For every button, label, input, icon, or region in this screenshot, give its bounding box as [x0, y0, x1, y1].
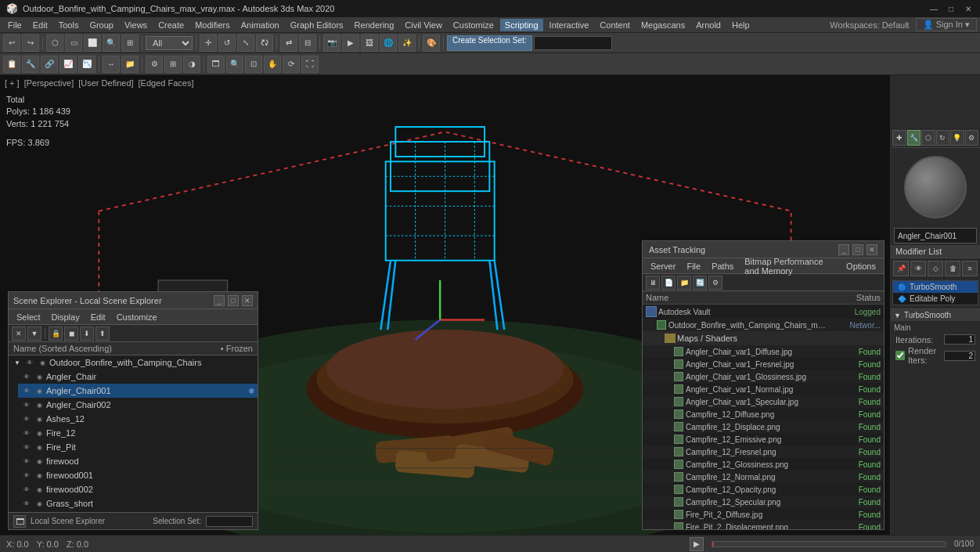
pin-stack-icon[interactable]: 📌	[893, 261, 909, 276]
se-angler-chair001-item[interactable]: 👁 ◉ Angler_Chair001 ❄	[18, 384, 258, 398]
at-vault-row[interactable]: Autodesk Vault Logged	[643, 305, 884, 319]
menu-create[interactable]: Create	[153, 19, 189, 31]
viewport-plus-label[interactable]: [ + ]	[5, 78, 20, 88]
select-region-button[interactable]: ▭	[65, 34, 82, 52]
turbosmooth-modifier[interactable]: 🔵 TurboSmooth	[893, 281, 978, 293]
render-iters-input[interactable]	[944, 351, 975, 361]
all-dropdown[interactable]: All	[146, 36, 193, 50]
render-environment-button[interactable]: 🌐	[380, 34, 397, 52]
at-settings-button[interactable]: ⚙	[708, 276, 722, 290]
at-map-row[interactable]: Campfire_12_Fresnel.png Found	[643, 446, 884, 458]
at-map-row[interactable]: Angler_Chair_var1_Glossiness.jpg Found	[643, 370, 884, 383]
se-child-button[interactable]: ⬇	[80, 327, 94, 341]
redo-button[interactable]: ↪	[22, 34, 39, 52]
selection-set-input[interactable]	[534, 36, 612, 50]
menu-customize[interactable]: Customize	[449, 19, 499, 31]
asset-minimize-button[interactable]: _	[838, 244, 849, 255]
rotate-button[interactable]: ↺	[218, 34, 236, 52]
schematic-view-button[interactable]: 🔗	[41, 56, 58, 73]
track-view-button[interactable]: 📈	[59, 56, 77, 73]
se-highlight-button[interactable]: ◼	[64, 327, 78, 341]
se-angler-chair002-item[interactable]: 👁 ◉ Angler_Chair002	[18, 398, 258, 412]
arc-rotate-button[interactable]: ⟳	[283, 56, 300, 73]
asset-bitmap-menu[interactable]: Bitmap Performance and Memory	[740, 255, 840, 277]
render-setup-button[interactable]: 📷	[323, 34, 340, 52]
asset-close-button[interactable]: ✕	[867, 244, 877, 255]
close-button[interactable]: ✕	[963, 3, 974, 14]
se-edit-menu[interactable]: Edit	[86, 311, 110, 323]
zoom-region-button[interactable]: ⊡	[245, 56, 262, 73]
se-ashes-item[interactable]: 👁 ◉ Ashes_12	[18, 412, 258, 426]
menu-views[interactable]: Views	[120, 19, 152, 31]
move-button[interactable]: ✛	[200, 34, 217, 52]
align-button[interactable]: ⊟	[299, 34, 316, 52]
at-file-row[interactable]: Outdoor_Bonfire_with_Camping_Chairs_max_…	[643, 319, 884, 331]
se-root-item[interactable]: ▼ 👁 ◉ Outdoor_Bonfire_with_Camping_Chair…	[9, 355, 258, 370]
view-render-button[interactable]: 🖼	[361, 34, 378, 52]
menu-file[interactable]: File	[3, 19, 27, 31]
make-unique-icon[interactable]: ◇	[928, 261, 943, 276]
asset-tracking-button[interactable]: 📁	[121, 56, 139, 73]
se-firewood002-item[interactable]: 👁 ◉ firewood002	[18, 482, 258, 496]
se-close-button[interactable]: ✕	[242, 295, 253, 306]
asset-file-menu[interactable]: File	[682, 260, 705, 272]
menu-scripting[interactable]: Scripting	[500, 19, 543, 31]
snap-toggle-button[interactable]: ⊞	[121, 34, 139, 52]
render-button[interactable]: ▶	[342, 34, 359, 52]
curve-editor-button[interactable]: 📉	[78, 56, 95, 73]
at-map-row[interactable]: Campfire_12_Diffuse.png Found	[643, 408, 884, 420]
menu-rendering[interactable]: Rendering	[350, 19, 399, 31]
motion-tab[interactable]: ↻	[936, 130, 950, 146]
render-iters-checkbox[interactable]	[895, 351, 905, 360]
asset-server-menu[interactable]: Server	[646, 260, 680, 272]
utilities-tab[interactable]: ⚙	[965, 130, 979, 146]
at-map-row[interactable]: Angler_Chair_var1_Specular.jpg Found	[643, 395, 884, 408]
grid-settings-button[interactable]: ⊞	[164, 56, 182, 73]
viewport-shading-button[interactable]: ◑	[183, 56, 200, 73]
se-maximize-button[interactable]: □	[228, 295, 239, 306]
hierarchy-tab[interactable]: ⬡	[921, 130, 935, 146]
render-effects-button[interactable]: ✨	[398, 34, 416, 52]
menu-megascans[interactable]: Megascans	[636, 19, 690, 31]
se-fire12-item[interactable]: 👁 ◉ Fire_12	[18, 426, 258, 440]
object-name-field[interactable]	[894, 228, 977, 244]
remove-modifier-icon[interactable]: 🗑	[945, 261, 960, 276]
at-map-row[interactable]: Fire_Pit_2_Displacement.png Found	[643, 521, 884, 530]
viewport-edged-faces-label[interactable]: [Edged Faces]	[139, 78, 194, 88]
menu-animation[interactable]: Animation	[236, 19, 284, 31]
material-editor-button[interactable]: 🎨	[423, 34, 440, 52]
se-minimize-button[interactable]: _	[214, 295, 225, 306]
at-map-row[interactable]: Campfire_12_Specular.png Found	[643, 496, 884, 508]
at-map-row[interactable]: Campfire_12_Glossiness.png Found	[643, 458, 884, 471]
se-filter-button[interactable]: ▼	[27, 327, 41, 341]
menu-edit[interactable]: Edit	[28, 19, 52, 31]
at-file-button[interactable]: 📄	[661, 276, 676, 290]
pan-view-button[interactable]: ✋	[264, 56, 281, 73]
perspective-button[interactable]: 🗖	[207, 56, 225, 73]
xref-button[interactable]: ↔	[103, 56, 120, 73]
se-firepit-item[interactable]: 👁 ◉ Fire_Pit	[18, 440, 258, 454]
at-folder-button[interactable]: 📁	[677, 276, 691, 290]
show-result-icon[interactable]: 👁	[910, 261, 926, 276]
menu-arnold[interactable]: Arnold	[691, 19, 726, 31]
turbosmooth-header[interactable]: ▼ TurboSmooth	[891, 309, 980, 321]
menu-modifiers[interactable]: Modifiers	[190, 19, 235, 31]
se-footer-icon[interactable]: 🗖	[13, 515, 26, 528]
se-select-menu[interactable]: Select	[12, 311, 45, 323]
window-crossing-button[interactable]: ⬜	[84, 34, 101, 52]
select-object-button[interactable]: ⬡	[46, 34, 63, 52]
sign-in-button[interactable]: 👤 Sign In ▾	[916, 18, 977, 31]
asset-paths-menu[interactable]: Paths	[707, 260, 738, 272]
se-selection-set-input[interactable]	[206, 516, 253, 527]
at-server-button[interactable]: 🖥	[646, 276, 660, 290]
menu-help[interactable]: Help	[727, 19, 755, 31]
viewport-config-button[interactable]: ⚙	[146, 56, 163, 73]
timeline-bar[interactable]	[712, 541, 946, 547]
at-map-row[interactable]: Angler_Chair_var1_Normal.jpg Found	[643, 383, 884, 395]
scale-button[interactable]: ⤡	[237, 34, 254, 52]
menu-interactive[interactable]: Interactive	[545, 19, 594, 31]
reference-coord-button[interactable]: 🗘	[256, 34, 273, 52]
at-map-row[interactable]: Angler_Chair_var1_Diffuse.jpg Found	[643, 345, 884, 358]
at-map-row[interactable]: Campfire_12_Displace.png Found	[643, 420, 884, 433]
object-properties-button[interactable]: 🔧	[22, 56, 39, 73]
